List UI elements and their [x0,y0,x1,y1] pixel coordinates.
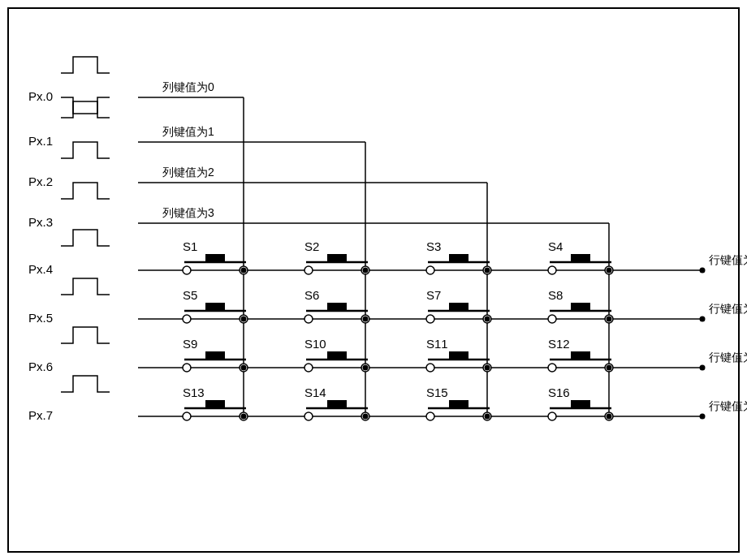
svg-point-49 [485,317,490,322]
keypad-matrix-diagram: Px.0列键值为0Px.1列键值为1Px.2列键值为2Px.3列键值为3Px.4… [0,0,747,560]
switch-label: S12 [548,337,570,351]
svg-point-66 [426,364,434,372]
svg-rect-53 [571,303,590,310]
svg-point-39 [241,317,247,322]
switch-label: S15 [426,386,448,399]
switch-label: S1 [183,239,197,253]
port-label: Px.0 [28,89,53,103]
switch-label: S13 [183,386,205,399]
row-label: 行键值为12 [709,399,747,412]
svg-rect-43 [327,303,347,310]
port-label: Px.1 [28,134,53,148]
switch-label: S10 [304,337,326,351]
row-label: 行键值为8 [709,351,747,364]
col-label: 列键值为1 [162,125,214,138]
svg-point-70 [485,365,490,371]
switch-label: S16 [548,386,570,399]
svg-point-23 [363,268,369,274]
port-label: Px.6 [28,360,53,373]
svg-point-71 [548,364,556,372]
switch-label: S6 [304,288,319,302]
svg-point-65 [363,365,369,371]
svg-point-91 [485,414,490,420]
svg-point-50 [548,315,556,323]
port-label: Px.4 [28,262,53,276]
switch-label: S5 [183,288,197,302]
switch-label: S7 [426,288,441,302]
svg-point-87 [426,412,434,420]
svg-point-96 [607,414,612,420]
svg-point-77 [183,412,191,420]
svg-rect-95 [571,400,590,407]
port-label: Px.7 [28,408,53,422]
svg-point-81 [241,414,247,420]
svg-point-60 [241,365,247,371]
svg-point-97 [700,414,706,420]
svg-rect-74 [571,351,590,359]
svg-rect-22 [327,254,347,261]
switch-label: S4 [548,239,563,253]
svg-rect-27 [449,254,468,261]
svg-point-19 [304,266,313,274]
svg-point-56 [183,364,191,372]
svg-rect-0 [0,0,747,560]
svg-point-61 [304,364,313,372]
port-label: Px.2 [28,174,53,188]
svg-point-35 [183,315,191,323]
svg-rect-17 [205,254,225,261]
col-label: 列键值为2 [162,166,214,179]
switch-label: S11 [426,337,448,351]
col-label: 列键值为3 [162,206,214,219]
svg-point-76 [700,365,706,371]
svg-point-82 [304,412,313,420]
svg-point-40 [304,315,313,323]
switch-label: S2 [304,239,319,253]
svg-point-29 [548,266,556,274]
switch-label: S9 [183,337,197,351]
svg-rect-90 [449,400,468,407]
svg-point-92 [548,412,556,420]
svg-point-54 [607,317,612,322]
switch-label: S8 [548,288,563,302]
svg-point-28 [485,268,490,274]
svg-rect-69 [449,351,468,359]
svg-rect-48 [449,303,468,310]
svg-rect-59 [205,351,225,359]
row-label: 行键值为0 [709,253,747,266]
svg-point-44 [363,317,369,322]
svg-point-33 [607,268,612,274]
svg-rect-64 [327,351,347,359]
svg-point-86 [363,414,369,420]
svg-rect-85 [327,400,347,407]
svg-point-34 [700,268,706,274]
svg-rect-32 [571,254,590,261]
row-label: 行键值为4 [709,302,747,315]
switch-label: S3 [426,239,441,253]
svg-point-14 [183,266,191,274]
port-label: Px.3 [28,215,53,229]
svg-point-45 [426,315,434,323]
svg-point-55 [700,317,706,322]
svg-point-75 [607,365,612,371]
svg-point-18 [241,268,247,274]
svg-point-24 [426,266,434,274]
svg-rect-38 [205,303,225,310]
col-label: 列键值为0 [162,80,214,93]
svg-rect-80 [205,400,225,407]
switch-label: S14 [304,386,326,399]
port-label: Px.5 [28,311,53,325]
